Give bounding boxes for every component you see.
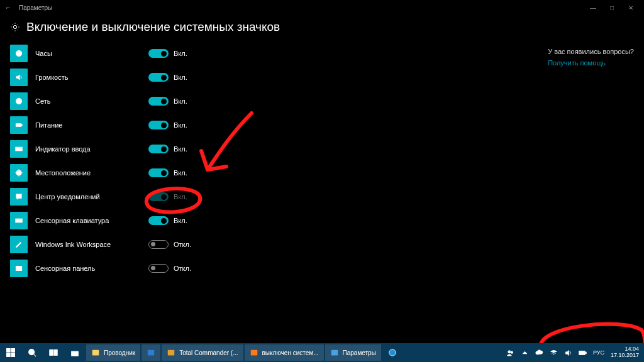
svg-rect-31 [54,350,57,356]
keyboard-icon [10,140,28,158]
edge-button[interactable] [382,343,403,362]
setting-label: Сеть [35,97,123,105]
toggle-location[interactable] [148,168,169,177]
setting-label: Питание [35,121,123,129]
toggle-state-label: Вкл. [174,50,187,57]
toggle-action [148,192,169,201]
svg-rect-43 [586,352,586,354]
tray-chevron-icon[interactable] [521,349,529,357]
setting-label: Местоположение [35,169,123,177]
svg-rect-25 [11,348,15,352]
setting-row-touchkbd: Сенсорная клавиатураВкл. [10,209,211,233]
setting-row-location: МестоположениеВкл. [10,161,211,185]
svg-point-28 [29,349,35,355]
setting-label: Сенсорная панель [35,265,123,272]
titlebar: ← Параметры — □ ✕ [0,0,644,15]
people-icon[interactable] [506,349,514,357]
toggle-state-label: Откл. [174,241,191,248]
setting-row-touchpad: Сенсорная панельОткл. [10,256,211,280]
svg-rect-34 [92,350,99,356]
svg-rect-15 [16,194,21,198]
onedrive-icon[interactable] [535,349,543,357]
svg-rect-27 [11,353,15,357]
toggle-network[interactable] [148,97,169,106]
taskbar-task[interactable]: Total Commander (... [162,344,243,361]
taskbar-task[interactable]: выключен систем... [245,344,324,361]
system-icons-list: ЧасыВкл.ГромкостьВкл.СетьВкл.ПитаниеВкл.… [10,41,211,280]
svg-rect-2 [16,124,21,127]
setting-row-volume: ГромкостьВкл. [10,65,211,89]
toggle-state-label: Вкл. [174,145,187,153]
taskbar: ПроводникTotal Commander (...выключен си… [0,343,644,362]
keyboard-icon [10,212,28,229]
action-icon [10,188,28,206]
setting-label: Центр уведомлений [35,193,123,200]
gear-icon [10,22,20,32]
svg-rect-32 [72,351,79,356]
language-indicator[interactable]: РУС [593,349,604,356]
setting-label: Windows Ink Workspace [35,241,123,248]
setting-row-power: ПитаниеВкл. [10,113,211,137]
svg-rect-37 [250,350,257,356]
globe-icon [10,92,28,110]
toggle-state-label: Вкл. [174,217,187,224]
toggle-ink[interactable] [148,240,169,249]
taskbar-clock[interactable]: 14:04 17.10.2017 [611,346,639,359]
setting-row-network: СетьВкл. [10,89,211,113]
help-link[interactable]: Получить помощь [548,59,634,67]
setting-row-clock: ЧасыВкл. [10,41,211,65]
system-tray: РУС 14:04 17.10.2017 [506,346,644,359]
back-button[interactable]: ← [4,4,13,11]
setting-label: Часы [35,50,123,57]
taskbar-task[interactable] [142,344,160,361]
help-question: У вас появились вопросы? [548,48,634,55]
power-icon [10,116,28,134]
svg-rect-36 [168,350,175,356]
toggle-state-label: Вкл. [174,97,187,105]
setting-label: Индикатор ввода [35,145,123,153]
pen-icon [10,236,28,253]
clock-icon [10,45,28,62]
svg-rect-4 [16,147,23,151]
toggle-clock[interactable] [148,49,169,58]
svg-rect-30 [50,350,53,356]
location-icon [10,164,28,182]
toggle-input[interactable] [148,145,169,153]
setting-label: Громкость [35,74,123,81]
toggle-touchkbd[interactable] [148,216,169,225]
svg-point-10 [18,172,19,173]
taskbar-pinned-icon[interactable] [64,343,86,362]
toggle-state-label: Вкл. [174,169,187,177]
taskbar-task[interactable]: Проводник [86,344,140,361]
task-label: Total Commander (... [179,349,238,356]
toggle-state-label: Откл. [174,265,191,272]
maximize-button[interactable]: □ [602,4,621,11]
wifi-icon[interactable] [550,349,558,357]
svg-point-39 [389,349,396,356]
setting-label: Сенсорная клавиатура [35,217,123,224]
start-button[interactable] [0,343,21,362]
setting-row-input: Индикатор вводаВкл. [10,137,211,161]
close-button[interactable]: ✕ [621,4,640,11]
toggle-volume[interactable] [148,73,169,82]
svg-rect-35 [148,350,155,356]
search-button[interactable] [21,343,43,362]
svg-rect-42 [579,351,585,354]
volume-tray-icon[interactable] [564,349,572,357]
battery-tray-icon[interactable] [579,349,587,357]
task-label: Проводник [104,349,135,356]
toggle-state-label: Вкл. [174,193,187,200]
taskbar-task[interactable]: Параметры [325,344,381,361]
minimize-button[interactable]: — [584,4,602,11]
task-label: выключен систем... [262,349,319,356]
volume-icon [10,69,28,86]
window-title: Параметры [19,4,52,11]
svg-rect-38 [331,350,338,356]
toggle-power[interactable] [148,121,169,129]
page-header: Включение и выключение системных значков [10,20,634,34]
task-view-button[interactable] [43,343,64,362]
svg-rect-26 [6,353,10,357]
svg-rect-24 [6,348,10,352]
setting-row-ink: Windows Ink WorkspaceОткл. [10,233,211,256]
toggle-touchpad[interactable] [148,264,169,273]
